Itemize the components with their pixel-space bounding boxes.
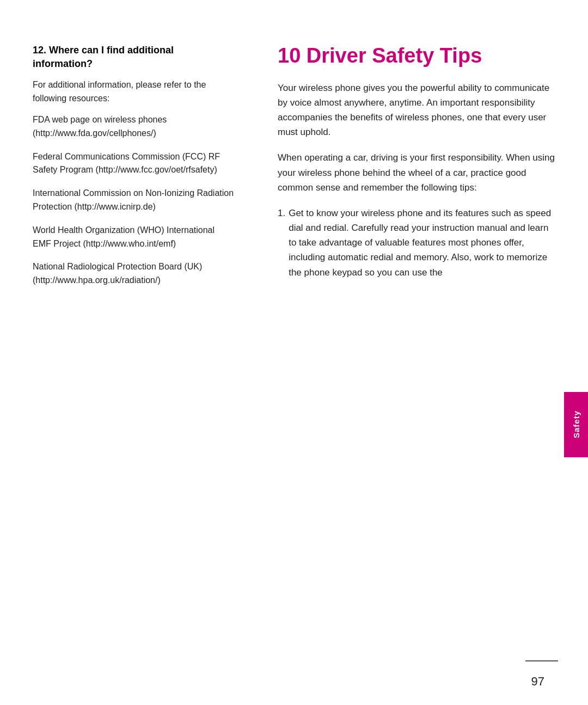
sidebar-label: Safety — [572, 410, 581, 438]
resource-fcc-text: Federal Communications Commission (FCC) … — [33, 150, 234, 177]
resource-who: World Health Organization (WHO) Internat… — [33, 224, 234, 251]
right-paragraph-1: Your wireless phone gives you the powerf… — [278, 81, 555, 140]
resource-who-text: World Health Organization (WHO) Internat… — [33, 224, 234, 251]
resource-fda-text: FDA web page on wireless phones (http://… — [33, 113, 234, 140]
resource-icnirp-text: International Commission on Non-Ionizing… — [33, 187, 234, 214]
right-column: 10 Driver Safety Tips Your wireless phon… — [272, 44, 555, 636]
sidebar-tab: Safety — [564, 392, 588, 457]
page-footer: 97 — [0, 669, 588, 705]
numbered-item-1: 1. Get to know your wireless phone and i… — [278, 206, 555, 280]
item-number-1: 1. — [278, 206, 285, 220]
right-paragraph-2: When operating a car, driving is your fi… — [278, 150, 555, 195]
chapter-title: 10 Driver Safety Tips — [278, 44, 555, 69]
resource-fda: FDA web page on wireless phones (http://… — [33, 113, 234, 140]
resource-fcc: Federal Communications Commission (FCC) … — [33, 150, 234, 177]
intro-text: For additional information, please refer… — [33, 78, 234, 106]
resource-nrpb-text: National Radiological Protection Board (… — [33, 260, 234, 287]
page-number: 97 — [531, 675, 544, 689]
resource-nrpb: National Radiological Protection Board (… — [33, 260, 234, 287]
footer-divider — [525, 660, 558, 661]
section-heading: 12. Where can I find additional informat… — [33, 44, 234, 71]
content-area: 12. Where can I find additional informat… — [0, 0, 588, 669]
page-container: 12. Where can I find additional informat… — [0, 0, 588, 705]
resource-icnirp: International Commission on Non-Ionizing… — [33, 187, 234, 214]
left-column: 12. Where can I find additional informat… — [33, 44, 250, 636]
item-text-1: Get to know your wireless phone and its … — [289, 206, 555, 280]
